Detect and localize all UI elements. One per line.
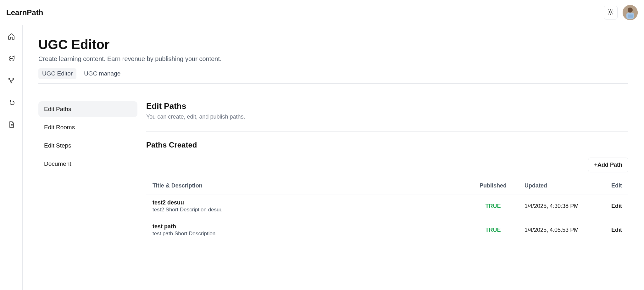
table-row: test path test path Short Description TR… — [146, 218, 628, 242]
rail-trophy[interactable] — [6, 75, 17, 87]
brand-title[interactable]: LearnPath — [6, 8, 43, 17]
svg-point-13 — [10, 58, 10, 59]
left-rail — [0, 25, 23, 290]
svg-line-7 — [608, 14, 609, 14]
document-icon — [8, 121, 15, 130]
table-row: test2 desuu test2 Short Description desu… — [146, 194, 628, 218]
sidenav-edit-rooms[interactable]: Edit Rooms — [38, 120, 137, 135]
sun-icon — [607, 8, 614, 17]
col-published: Published — [468, 177, 518, 194]
subsection-heading: Paths Created — [146, 141, 628, 149]
sidenav-edit-steps[interactable]: Edit Steps — [38, 138, 137, 153]
svg-point-15 — [12, 58, 12, 59]
trophy-icon — [8, 77, 15, 86]
section-description: You can create, edit, and publish paths. — [146, 114, 628, 120]
edit-row-button[interactable]: Edit — [611, 227, 622, 233]
svg-point-14 — [11, 58, 11, 59]
topbar: LearnPath — [0, 0, 644, 25]
add-path-button[interactable]: +Add Path — [588, 158, 628, 172]
topbar-actions — [604, 5, 638, 20]
row-description: test2 Short Description desuu — [153, 207, 462, 213]
svg-point-10 — [628, 8, 633, 13]
tab-ugc-editor[interactable]: UGC Editor — [38, 68, 76, 79]
col-title: Title & Description — [146, 177, 468, 194]
published-badge: TRUE — [486, 227, 501, 233]
home-icon — [8, 33, 15, 42]
svg-line-4 — [613, 14, 613, 14]
svg-line-8 — [613, 9, 613, 10]
avatar-icon — [623, 5, 638, 20]
row-updated: 1/4/2025, 4:05:53 PM — [518, 218, 600, 242]
paths-toolbar: +Add Path — [146, 158, 628, 172]
published-badge: TRUE — [486, 203, 501, 209]
col-updated: Updated — [518, 177, 600, 194]
section-heading: Edit Paths — [146, 101, 628, 111]
row-updated: 1/4/2025, 4:30:38 PM — [518, 194, 600, 218]
main-content: UGC Editor Create learning content. Earn… — [23, 25, 644, 290]
tab-ugc-manage[interactable]: UGC manage — [80, 68, 124, 79]
muscle-icon — [8, 99, 15, 108]
rail-home[interactable] — [6, 31, 17, 43]
paths-table: Title & Description Published Updated Ed… — [146, 177, 628, 242]
chat-icon — [8, 55, 15, 64]
svg-line-3 — [608, 9, 609, 10]
col-edit: Edit — [600, 177, 628, 194]
row-title: test path — [153, 223, 462, 230]
page-subtitle: Create learning content. Earn revenue by… — [38, 55, 628, 63]
row-title: test2 desuu — [153, 199, 462, 206]
page-title: UGC Editor — [38, 37, 628, 52]
theme-toggle-button[interactable] — [604, 6, 618, 20]
divider — [146, 131, 628, 132]
editor-panel: Edit Paths You can create, edit, and pub… — [146, 101, 628, 242]
table-header-row: Title & Description Published Updated Ed… — [146, 177, 628, 194]
rail-document[interactable] — [6, 120, 17, 131]
sidenav-edit-paths[interactable]: Edit Paths — [38, 101, 137, 117]
rail-chat[interactable] — [6, 53, 17, 65]
rail-strength[interactable] — [6, 98, 17, 109]
svg-point-0 — [609, 11, 612, 13]
avatar[interactable] — [623, 5, 638, 20]
edit-row-button[interactable]: Edit — [611, 203, 622, 209]
row-description: test path Short Description — [153, 231, 462, 237]
editor-side-nav: Edit Paths Edit Rooms Edit Steps Documen… — [38, 101, 137, 242]
sidenav-document[interactable]: Document — [38, 156, 137, 172]
view-tabs: UGC Editor UGC manage — [38, 68, 628, 84]
svg-rect-12 — [628, 14, 633, 18]
